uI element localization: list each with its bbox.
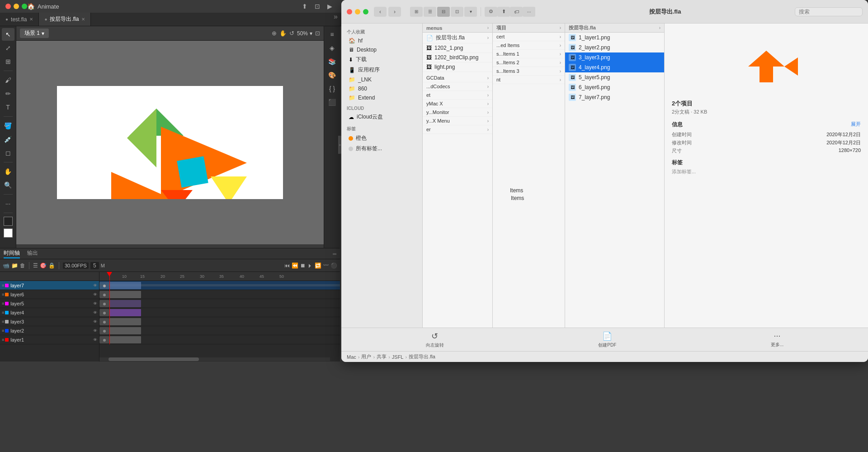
tabs-expand-icon[interactable]: » bbox=[330, 13, 341, 26]
finder-search-input[interactable] bbox=[795, 7, 863, 16]
onion-btn[interactable]: ⚫ bbox=[330, 262, 337, 269]
layer-row-layer5[interactable]: ≡ layer5 👁 bbox=[0, 299, 99, 308]
finder-close-btn[interactable] bbox=[347, 9, 352, 14]
finder-more-btn[interactable]: ··· bbox=[523, 7, 535, 17]
clip-icon[interactable]: ⊡ bbox=[315, 30, 320, 37]
text-tool[interactable]: T bbox=[2, 101, 14, 114]
brush-tool[interactable]: 🖌 bbox=[2, 74, 14, 86]
folder-item-1202[interactable]: 🖼 1202_1.png bbox=[423, 43, 492, 53]
layer-row-layer1[interactable]: ≡ layer1 👁 bbox=[0, 335, 99, 344]
close-btn[interactable] bbox=[5, 4, 11, 9]
file-row-layer7[interactable]: 🖼 7_layer7.png bbox=[565, 92, 664, 102]
timeline-tab[interactable]: 时间轴 bbox=[4, 249, 20, 258]
export-icon[interactable]: ⬛ bbox=[326, 96, 339, 109]
sidebar-item-hf[interactable]: 🏠 hf bbox=[343, 36, 420, 45]
hand-tool[interactable]: ✋ bbox=[2, 165, 14, 178]
submenu-item-items3[interactable]: s...Items 3 › bbox=[493, 67, 565, 76]
icon-view-btn[interactable]: ⊞ bbox=[410, 7, 423, 17]
folder-item-bird[interactable]: 🖼 1202_birdClip.png bbox=[423, 53, 492, 62]
motion-icon[interactable]: ◈ bbox=[326, 42, 339, 54]
folder-item-按层导出[interactable]: 📄 按层导出.fla › bbox=[423, 33, 492, 43]
easing-btn[interactable]: 〰 bbox=[323, 262, 329, 269]
minimize-btn[interactable] bbox=[14, 4, 19, 9]
layer-visibility-2[interactable]: 👁 bbox=[93, 328, 97, 333]
more-tools[interactable]: ··· bbox=[2, 197, 14, 210]
sidebar-item-extend[interactable]: 📁 Extend bbox=[343, 93, 420, 102]
properties-icon[interactable]: ≡ bbox=[326, 28, 339, 41]
add-folder-btn[interactable]: 📁 bbox=[11, 262, 18, 269]
menu-item-et[interactable]: et › bbox=[423, 91, 492, 100]
delete-layer-btn[interactable]: 🗑 bbox=[20, 262, 25, 269]
step-back-btn[interactable]: ⏪ bbox=[292, 262, 298, 269]
stage[interactable] bbox=[57, 86, 283, 199]
scrollbar-thumb[interactable] bbox=[108, 357, 199, 361]
file-row-layer3[interactable]: 🖼 3_layer3.png bbox=[565, 52, 664, 62]
hand-stage-icon[interactable]: ✋ bbox=[279, 30, 287, 37]
breadcrumb-item-fla[interactable]: 按层导出.fla bbox=[409, 353, 435, 360]
submenu-item-items1[interactable]: s...Items 1 › bbox=[493, 50, 565, 58]
menu-item-gcdata[interactable]: GCData › bbox=[423, 74, 492, 82]
layer-row-layer4[interactable]: ≡ layer4 👁 bbox=[0, 308, 99, 317]
finder-tag-btn[interactable]: 🏷 bbox=[510, 7, 523, 17]
submenu-item-ed-items[interactable]: ...ed Items › bbox=[493, 41, 565, 50]
fullscreen-icon[interactable]: ▶ bbox=[327, 3, 332, 10]
finder-action-btn-1[interactable]: ⚙ bbox=[485, 7, 497, 17]
layer-row-layer2[interactable]: ≡ layer2 👁 bbox=[0, 326, 99, 335]
code-icon[interactable]: { } bbox=[326, 82, 339, 95]
tab-active-close-icon[interactable]: ✕ bbox=[81, 17, 85, 22]
goto-start-btn[interactable]: ⏮ bbox=[284, 262, 290, 269]
library-icon[interactable]: 📚 bbox=[326, 55, 339, 68]
loop-btn[interactable]: 🔁 bbox=[315, 262, 321, 269]
layer-visibility-3[interactable]: 👁 bbox=[93, 319, 97, 324]
file-row-layer5[interactable]: 🖼 5_layer5.png bbox=[565, 72, 664, 82]
layer-visibility-5[interactable]: 👁 bbox=[93, 301, 97, 306]
create-pdf-btn[interactable]: 📄 创建PDF bbox=[598, 331, 616, 348]
file-row-layer6[interactable]: 🖼 6_layer6.png bbox=[565, 82, 664, 92]
breadcrumb-item-share[interactable]: 共享 bbox=[377, 353, 387, 360]
play-btn[interactable]: ⏵ bbox=[307, 262, 313, 269]
breadcrumb-item-user[interactable]: 用户 bbox=[361, 353, 371, 360]
sidebar-item-orange[interactable]: 橙色 bbox=[343, 133, 420, 143]
solo-btn[interactable]: ☰ bbox=[33, 262, 38, 269]
sidebar-item-downloads[interactable]: ⬇ 下载 bbox=[343, 54, 420, 65]
list-view-btn[interactable]: ☰ bbox=[424, 7, 436, 17]
pencil-tool[interactable]: ✏ bbox=[2, 87, 14, 100]
layer-row-layer7[interactable]: ≡ layer7 👁 bbox=[0, 281, 99, 290]
layer-visibility[interactable]: 👁 bbox=[93, 283, 97, 288]
rotate-left-btn[interactable]: ↺ 向左旋转 bbox=[426, 331, 444, 348]
select-tool[interactable]: ↖ bbox=[2, 28, 14, 41]
maximize-btn[interactable] bbox=[22, 4, 27, 9]
timeline-scrollbar[interactable] bbox=[99, 357, 330, 361]
windowed-icon[interactable]: ⊡ bbox=[315, 3, 320, 10]
tab-close-icon[interactable]: ✕ bbox=[29, 17, 33, 22]
center-stage-icon[interactable]: ⊕ bbox=[272, 30, 277, 37]
finder-forward-btn[interactable]: › bbox=[388, 7, 401, 17]
breadcrumb-item-mac[interactable]: Mac bbox=[347, 354, 356, 360]
freeform-tool[interactable]: ⊞ bbox=[2, 55, 14, 68]
stop-btn[interactable]: ⏹ bbox=[300, 262, 306, 269]
preview-expand-btn[interactable]: 展开 bbox=[851, 121, 861, 128]
fill-color[interactable] bbox=[4, 228, 13, 238]
menu-item-xmenu[interactable]: y...X Menu › bbox=[423, 117, 492, 125]
add-layer-btn[interactable]: 📹 bbox=[3, 262, 9, 269]
lock-btn[interactable]: 🔒 bbox=[48, 262, 55, 269]
timeline-collapse-btn[interactable]: ═ bbox=[333, 251, 336, 257]
more-btn[interactable]: ··· 更多... bbox=[771, 331, 783, 348]
layer-visibility-6[interactable]: 👁 bbox=[93, 292, 97, 297]
menu-item-ymacx[interactable]: yMac X › bbox=[423, 100, 492, 108]
sidebar-item-860[interactable]: 📁 860 bbox=[343, 84, 420, 93]
finder-back-btn[interactable]: ‹ bbox=[374, 7, 387, 17]
file-row-layer1[interactable]: 🖼 1_layer1.png bbox=[565, 33, 664, 43]
scene-button[interactable]: 场景 1 ▾ bbox=[20, 29, 49, 38]
finder-maximize-btn[interactable] bbox=[363, 9, 368, 14]
view-options-btn[interactable]: ▾ bbox=[464, 7, 477, 17]
rotate-stage-icon[interactable]: ↺ bbox=[289, 30, 294, 37]
tab-layers-fla[interactable]: ● 按层导出.fla ✕ bbox=[39, 13, 91, 26]
menu-item-monitor[interactable]: y...Monitor › bbox=[423, 108, 492, 117]
eraser-tool[interactable]: ◻ bbox=[2, 147, 14, 159]
finder-minimize-btn[interactable] bbox=[355, 9, 360, 14]
sidebar-item-desktop[interactable]: 🖥 Desktop bbox=[343, 45, 420, 54]
share-icon[interactable]: ⬆ bbox=[302, 3, 307, 10]
layer-visibility-4[interactable]: 👁 bbox=[93, 310, 97, 315]
layer-visibility-1[interactable]: 👁 bbox=[93, 338, 97, 342]
